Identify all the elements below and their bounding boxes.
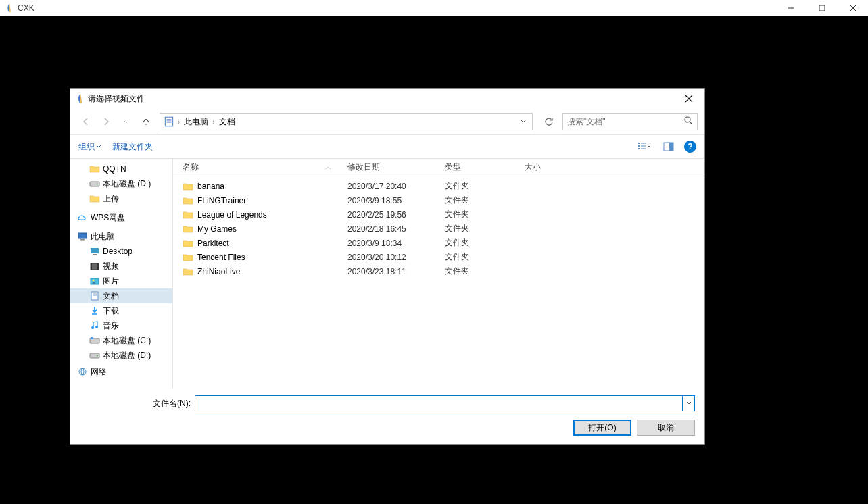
folder-icon (183, 238, 193, 249)
filename-dropdown[interactable] (683, 395, 695, 411)
svg-rect-38 (91, 337, 93, 339)
folder-icon (89, 163, 100, 174)
view-mode-button[interactable] (635, 138, 653, 155)
sidebar-item-downloads[interactable]: 下载 (70, 303, 172, 318)
refresh-button[interactable] (538, 113, 560, 130)
nav-recent-dropdown[interactable] (118, 113, 135, 130)
file-row[interactable]: My Games2020/2/18 16:45文件夹 (173, 222, 704, 236)
organize-button[interactable]: 组织 (78, 141, 101, 153)
svg-point-42 (81, 368, 84, 375)
svg-rect-25 (93, 254, 97, 255)
close-button[interactable] (844, 1, 863, 15)
search-input[interactable] (567, 117, 683, 126)
svg-rect-24 (91, 248, 99, 253)
sort-indicator-icon: ︿ (325, 163, 331, 172)
sidebar-item-network[interactable]: 网络 (70, 367, 172, 376)
maximize-button[interactable] (813, 1, 831, 15)
svg-rect-31 (91, 292, 98, 300)
file-row[interactable]: Tencent Files2020/3/20 10:12文件夹 (173, 250, 704, 264)
file-date: 2020/3/23 18:11 (347, 267, 445, 276)
svg-point-41 (79, 368, 86, 375)
file-type: 文件夹 (445, 195, 525, 206)
column-header-type[interactable]: 类型 (445, 161, 525, 173)
file-date: 2020/2/18 16:45 (347, 224, 445, 234)
app-icon (5, 3, 14, 13)
sidebar-item[interactable]: 上传 (70, 191, 172, 206)
svg-rect-22 (78, 233, 87, 238)
svg-point-36 (95, 326, 98, 328)
filename-input[interactable] (195, 395, 683, 411)
file-row[interactable]: banana2020/3/17 20:40文件夹 (173, 179, 704, 193)
file-name: League of Legends (197, 210, 347, 220)
svg-point-35 (91, 326, 94, 329)
nav-back-button[interactable] (77, 113, 95, 130)
dialog-titlebar: 请选择视频文件 (70, 89, 704, 109)
svg-point-21 (97, 184, 98, 185)
nav-up-button[interactable] (138, 114, 154, 130)
file-name: Tencent Files (197, 253, 347, 262)
search-icon[interactable] (683, 116, 693, 128)
sidebar-item[interactable]: QQTN (70, 161, 172, 176)
svg-rect-37 (90, 338, 99, 343)
file-row[interactable]: FLiNGTrainer2020/3/9 18:55文件夹 (173, 193, 704, 207)
sidebar-item-documents[interactable]: 文档 (70, 288, 172, 303)
preview-pane-button[interactable] (660, 138, 677, 155)
file-open-dialog: 请选择视频文件 › 此电脑 › 文档 (70, 88, 705, 445)
chevron-right-icon: › (212, 118, 214, 126)
svg-rect-6 (165, 117, 172, 126)
svg-rect-13 (638, 145, 640, 147)
column-header-name[interactable]: 名称︿ (173, 161, 347, 173)
dialog-title: 请选择视频文件 (88, 93, 679, 105)
folder-icon (183, 224, 193, 234)
sidebar-item-disk-d[interactable]: 本地磁盘 (D:) (70, 348, 172, 363)
address-dropdown[interactable] (517, 118, 529, 126)
file-row[interactable]: ZhiNiaoLive2020/3/23 18:11文件夹 (173, 264, 704, 278)
dialog-close-button[interactable] (679, 89, 699, 109)
column-header-size[interactable]: 大小 (525, 161, 579, 173)
desktop-icon (89, 246, 100, 257)
sidebar-item-pc[interactable]: 此电脑 (70, 229, 172, 244)
cancel-button[interactable]: 取消 (637, 420, 695, 436)
nav-forward-button[interactable] (97, 113, 115, 130)
breadcrumb-item[interactable]: 文档 (216, 115, 238, 129)
app-titlebar: CXK (0, 0, 868, 16)
sidebar-item-wps[interactable]: WPS网盘 (70, 210, 172, 225)
filename-label: 文件名(N): (153, 398, 191, 409)
toolbar: 组织 新建文件夹 ? (70, 134, 704, 159)
column-header-date[interactable]: 修改日期 (347, 161, 445, 173)
picture-icon (89, 276, 100, 286)
open-button[interactable]: 打开(O) (573, 420, 631, 436)
help-button[interactable]: ? (684, 141, 696, 153)
folder-icon (183, 252, 193, 263)
chevron-down-icon (96, 144, 101, 149)
minimize-button[interactable] (781, 1, 800, 15)
disk-icon (89, 335, 100, 346)
file-list-body[interactable]: banana2020/3/17 20:40文件夹FLiNGTrainer2020… (173, 176, 704, 388)
dialog-footer: 文件名(N): 打开(O) 取消 (70, 388, 704, 444)
sidebar-item-music[interactable]: 音乐 (70, 318, 172, 333)
svg-line-11 (690, 122, 692, 124)
sidebar-item-pictures[interactable]: 图片 (70, 274, 172, 288)
navigation-sidebar[interactable]: QQTN 本地磁盘 (D:) 上传 WPS网盘 此电脑 Desktop 视频 图… (70, 159, 173, 388)
sidebar-item-disk-c[interactable]: 本地磁盘 (C:) (70, 333, 172, 348)
file-date: 2020/3/9 18:34 (347, 238, 445, 248)
file-type: 文件夹 (445, 180, 525, 192)
svg-point-10 (685, 117, 690, 122)
svg-point-30 (93, 280, 95, 282)
breadcrumb-item[interactable]: 此电脑 (181, 115, 211, 129)
folder-icon (183, 195, 193, 206)
address-bar[interactable]: › 此电脑 › 文档 (160, 113, 533, 130)
sidebar-item-videos[interactable]: 视频 (70, 259, 172, 274)
search-box[interactable] (562, 113, 698, 130)
file-list: 名称︿ 修改日期 类型 大小 banana2020/3/17 20:40文件夹F… (173, 159, 704, 388)
file-type: 文件夹 (445, 237, 525, 249)
file-row[interactable]: Parkitect2020/3/9 18:34文件夹 (173, 236, 704, 250)
music-icon (89, 320, 100, 331)
sidebar-item[interactable]: 本地磁盘 (D:) (70, 176, 172, 191)
file-name: ZhiNiaoLive (197, 267, 347, 276)
new-folder-button[interactable]: 新建文件夹 (112, 141, 153, 153)
app-title: CXK (18, 3, 781, 13)
file-row[interactable]: League of Legends2020/2/25 19:56文件夹 (173, 207, 704, 222)
sidebar-item-desktop[interactable]: Desktop (70, 244, 172, 259)
file-name: Parkitect (197, 238, 347, 248)
